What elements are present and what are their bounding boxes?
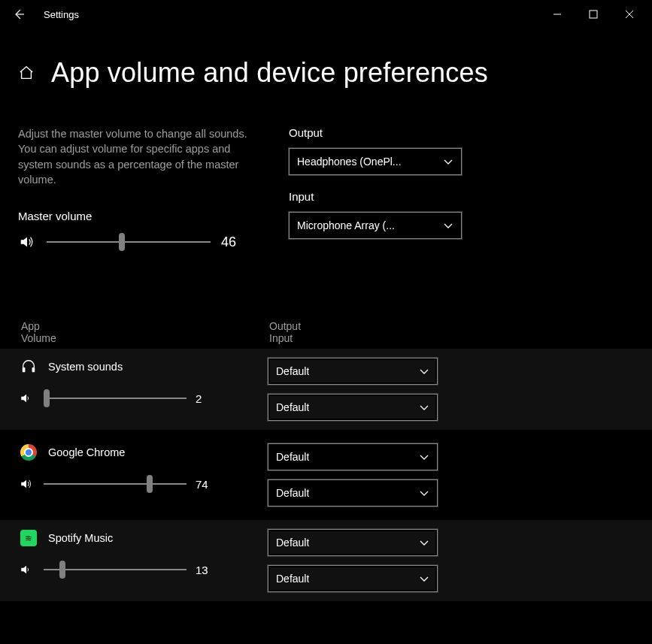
close-icon (625, 10, 634, 19)
master-volume-slider[interactable] (47, 233, 211, 251)
chevron-down-icon (419, 573, 429, 584)
app-input-value: Default (276, 487, 309, 499)
app-row: Spotify Music13DefaultDefault (0, 520, 652, 601)
app-output-value: Default (276, 537, 309, 549)
app-name: Google Chrome (48, 446, 125, 458)
chevron-down-icon (419, 402, 429, 413)
app-volume-value: 2 (196, 392, 226, 405)
app-output-select[interactable]: Default (268, 443, 438, 470)
input-select[interactable]: Microphone Array (... (289, 212, 462, 239)
minimize-button[interactable] (550, 10, 565, 19)
description-text: Adjust the master volume to change all s… (18, 126, 251, 187)
speaker-icon[interactable] (18, 234, 36, 250)
spotify-icon (20, 530, 37, 546)
app-name: System sounds (48, 361, 123, 373)
maximize-button[interactable] (586, 10, 601, 19)
master-volume-value: 46 (221, 234, 251, 250)
back-button[interactable] (8, 8, 30, 20)
app-input-select[interactable]: Default (268, 479, 438, 506)
app-output-value: Default (276, 365, 309, 377)
svg-rect-0 (590, 11, 597, 18)
app-output-select[interactable]: Default (268, 529, 438, 556)
column-header-app: App (21, 320, 269, 332)
svg-rect-2 (32, 367, 35, 372)
app-output-value: Default (276, 451, 309, 463)
app-icon (20, 529, 38, 547)
app-speaker-icon[interactable] (20, 477, 35, 491)
chevron-down-icon (419, 366, 429, 376)
app-name: Spotify Music (48, 532, 113, 544)
headphones-icon (20, 358, 37, 375)
home-icon (18, 65, 35, 81)
output-select-value: Headphones (OnePl... (297, 156, 402, 168)
chevron-down-icon (443, 156, 453, 167)
column-header-volume: Volume (21, 332, 269, 344)
volume-icon (20, 477, 33, 491)
page-title: App volume and device preferences (51, 57, 488, 89)
volume-icon (20, 563, 33, 576)
maximize-icon (589, 10, 598, 19)
app-speaker-icon[interactable] (20, 392, 35, 405)
app-volume-value: 13 (196, 564, 226, 576)
arrow-left-icon (13, 8, 25, 20)
volume-icon (19, 234, 35, 250)
app-volume-slider[interactable] (44, 389, 187, 407)
app-icon (20, 358, 38, 376)
column-header-input: Input (269, 332, 301, 344)
close-button[interactable] (622, 10, 637, 19)
input-select-value: Microphone Array (... (297, 219, 395, 231)
app-volume-slider[interactable] (44, 561, 187, 579)
app-volume-value: 74 (196, 478, 226, 491)
app-input-select[interactable]: Default (268, 394, 438, 421)
master-volume-label: Master volume (18, 210, 251, 222)
input-label: Input (289, 190, 462, 203)
app-output-select[interactable]: Default (268, 358, 438, 385)
app-input-value: Default (276, 401, 309, 413)
chevron-down-icon (419, 537, 429, 548)
chevron-down-icon (419, 452, 429, 462)
output-select[interactable]: Headphones (OnePl... (289, 148, 462, 175)
window-title: Settings (44, 9, 550, 20)
chrome-icon (20, 444, 37, 461)
volume-icon (20, 392, 33, 405)
svg-rect-1 (23, 367, 26, 372)
app-volume-slider[interactable] (44, 475, 187, 493)
home-button[interactable] (18, 65, 35, 81)
app-input-value: Default (276, 573, 309, 585)
minimize-icon (553, 10, 562, 19)
titlebar: Settings (0, 0, 652, 29)
app-icon (20, 443, 38, 461)
app-row: System sounds2DefaultDefault (0, 349, 652, 430)
app-speaker-icon[interactable] (20, 563, 35, 576)
page-header: App volume and device preferences (0, 29, 652, 89)
chevron-down-icon (443, 220, 453, 231)
app-input-select[interactable]: Default (268, 565, 438, 592)
column-header-output: Output (269, 320, 301, 332)
chevron-down-icon (419, 488, 429, 498)
output-label: Output (289, 126, 462, 139)
app-row: Google Chrome74DefaultDefault (0, 434, 652, 516)
